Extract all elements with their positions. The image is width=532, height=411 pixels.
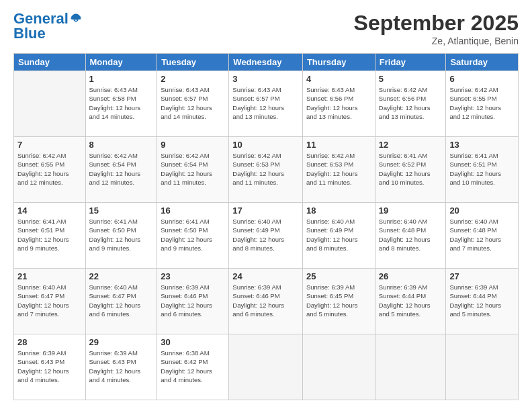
day-info: Sunrise: 6:40 AMSunset: 6:49 PMDaylight:… bbox=[232, 217, 299, 253]
header: General Blue September 2025 Ze, Atlantiq… bbox=[13, 11, 519, 46]
calendar-cell: 30Sunrise: 6:38 AMSunset: 6:42 PMDayligh… bbox=[157, 334, 229, 400]
day-info: Sunrise: 6:39 AMSunset: 6:46 PMDaylight:… bbox=[161, 283, 225, 318]
calendar-header-row: Sunday Monday Tuesday Wednesday Thursday… bbox=[14, 54, 519, 71]
day-info: Sunrise: 6:39 AMSunset: 6:44 PMDaylight:… bbox=[379, 283, 443, 318]
calendar-cell: 3Sunrise: 6:43 AMSunset: 6:57 PMDaylight… bbox=[229, 71, 303, 137]
calendar-cell: 23Sunrise: 6:39 AMSunset: 6:46 PMDayligh… bbox=[157, 269, 229, 334]
logo: General Blue bbox=[13, 11, 82, 42]
day-number: 3 bbox=[232, 74, 299, 84]
calendar-week-3: 21Sunrise: 6:40 AMSunset: 6:47 PMDayligh… bbox=[14, 269, 519, 334]
day-number: 29 bbox=[89, 337, 154, 347]
col-thursday: Thursday bbox=[302, 54, 375, 71]
day-number: 2 bbox=[161, 74, 225, 84]
location: Ze, Atlantique, Benin bbox=[354, 36, 519, 46]
day-info: Sunrise: 6:43 AMSunset: 6:57 PMDaylight:… bbox=[161, 85, 225, 121]
calendar-cell: 2Sunrise: 6:43 AMSunset: 6:57 PMDaylight… bbox=[157, 71, 229, 137]
day-info: Sunrise: 6:40 AMSunset: 6:47 PMDaylight:… bbox=[89, 283, 154, 318]
day-number: 20 bbox=[449, 205, 515, 216]
calendar-cell bbox=[14, 71, 86, 137]
day-info: Sunrise: 6:42 AMSunset: 6:55 PMDaylight:… bbox=[17, 151, 82, 187]
calendar-cell: 15Sunrise: 6:41 AMSunset: 6:50 PMDayligh… bbox=[85, 203, 157, 269]
day-info: Sunrise: 6:39 AMSunset: 6:43 PMDaylight:… bbox=[89, 349, 154, 384]
calendar-cell: 19Sunrise: 6:40 AMSunset: 6:48 PMDayligh… bbox=[375, 203, 446, 269]
calendar-cell: 13Sunrise: 6:41 AMSunset: 6:51 PMDayligh… bbox=[446, 137, 519, 203]
day-info: Sunrise: 6:42 AMSunset: 6:56 PMDaylight:… bbox=[379, 85, 443, 121]
col-monday: Monday bbox=[85, 54, 157, 71]
day-info: Sunrise: 6:42 AMSunset: 6:53 PMDaylight:… bbox=[306, 151, 371, 187]
calendar-week-0: 1Sunrise: 6:43 AMSunset: 6:58 PMDaylight… bbox=[14, 71, 519, 137]
day-number: 15 bbox=[89, 205, 154, 216]
day-info: Sunrise: 6:40 AMSunset: 6:47 PMDaylight:… bbox=[17, 283, 82, 318]
day-number: 14 bbox=[17, 205, 82, 216]
day-info: Sunrise: 6:43 AMSunset: 6:58 PMDaylight:… bbox=[89, 85, 154, 121]
calendar-week-2: 14Sunrise: 6:41 AMSunset: 6:51 PMDayligh… bbox=[14, 203, 519, 269]
day-info: Sunrise: 6:40 AMSunset: 6:48 PMDaylight:… bbox=[449, 217, 515, 253]
col-friday: Friday bbox=[375, 54, 446, 71]
calendar-cell: 22Sunrise: 6:40 AMSunset: 6:47 PMDayligh… bbox=[85, 269, 157, 334]
calendar-cell: 24Sunrise: 6:39 AMSunset: 6:46 PMDayligh… bbox=[229, 269, 303, 334]
calendar-cell: 18Sunrise: 6:40 AMSunset: 6:49 PMDayligh… bbox=[302, 203, 375, 269]
month-title: September 2025 bbox=[354, 11, 519, 36]
day-number: 6 bbox=[449, 74, 515, 84]
day-number: 13 bbox=[449, 140, 515, 150]
calendar-cell: 28Sunrise: 6:39 AMSunset: 6:43 PMDayligh… bbox=[14, 334, 86, 400]
calendar-cell: 17Sunrise: 6:40 AMSunset: 6:49 PMDayligh… bbox=[229, 203, 303, 269]
calendar-week-4: 28Sunrise: 6:39 AMSunset: 6:43 PMDayligh… bbox=[14, 334, 519, 400]
day-number: 12 bbox=[379, 140, 443, 150]
col-sunday: Sunday bbox=[14, 54, 86, 71]
col-tuesday: Tuesday bbox=[157, 54, 229, 71]
day-number: 9 bbox=[161, 140, 225, 150]
col-saturday: Saturday bbox=[446, 54, 519, 71]
day-info: Sunrise: 6:41 AMSunset: 6:50 PMDaylight:… bbox=[161, 217, 225, 253]
day-number: 21 bbox=[17, 271, 82, 281]
calendar-table: Sunday Monday Tuesday Wednesday Thursday… bbox=[13, 53, 519, 400]
day-number: 24 bbox=[232, 271, 299, 281]
day-info: Sunrise: 6:42 AMSunset: 6:55 PMDaylight:… bbox=[449, 85, 515, 121]
day-info: Sunrise: 6:42 AMSunset: 6:53 PMDaylight:… bbox=[232, 151, 299, 187]
logo-icon bbox=[70, 13, 82, 25]
calendar-cell: 29Sunrise: 6:39 AMSunset: 6:43 PMDayligh… bbox=[85, 334, 157, 400]
day-info: Sunrise: 6:41 AMSunset: 6:51 PMDaylight:… bbox=[17, 217, 82, 253]
calendar-cell: 25Sunrise: 6:39 AMSunset: 6:45 PMDayligh… bbox=[302, 269, 375, 334]
calendar-cell: 6Sunrise: 6:42 AMSunset: 6:55 PMDaylight… bbox=[446, 71, 519, 137]
day-info: Sunrise: 6:40 AMSunset: 6:49 PMDaylight:… bbox=[306, 217, 371, 253]
day-info: Sunrise: 6:39 AMSunset: 6:43 PMDaylight:… bbox=[17, 349, 82, 384]
calendar-cell: 12Sunrise: 6:41 AMSunset: 6:52 PMDayligh… bbox=[375, 137, 446, 203]
day-number: 28 bbox=[17, 337, 82, 347]
day-info: Sunrise: 6:41 AMSunset: 6:52 PMDaylight:… bbox=[379, 151, 443, 187]
calendar-cell: 4Sunrise: 6:43 AMSunset: 6:56 PMDaylight… bbox=[302, 71, 375, 137]
day-number: 25 bbox=[306, 271, 371, 281]
day-number: 30 bbox=[161, 337, 225, 347]
calendar-cell: 5Sunrise: 6:42 AMSunset: 6:56 PMDaylight… bbox=[375, 71, 446, 137]
logo-text-blue: Blue bbox=[13, 26, 46, 42]
calendar-cell: 20Sunrise: 6:40 AMSunset: 6:48 PMDayligh… bbox=[446, 203, 519, 269]
title-section: September 2025 Ze, Atlantique, Benin bbox=[354, 11, 519, 46]
calendar-cell: 26Sunrise: 6:39 AMSunset: 6:44 PMDayligh… bbox=[375, 269, 446, 334]
calendar-cell: 7Sunrise: 6:42 AMSunset: 6:55 PMDaylight… bbox=[14, 137, 86, 203]
day-info: Sunrise: 6:40 AMSunset: 6:48 PMDaylight:… bbox=[379, 217, 443, 253]
calendar-cell: 27Sunrise: 6:39 AMSunset: 6:44 PMDayligh… bbox=[446, 269, 519, 334]
day-info: Sunrise: 6:39 AMSunset: 6:44 PMDaylight:… bbox=[449, 283, 515, 318]
day-number: 19 bbox=[379, 205, 443, 216]
calendar-cell: 10Sunrise: 6:42 AMSunset: 6:53 PMDayligh… bbox=[229, 137, 303, 203]
calendar-cell bbox=[446, 334, 519, 400]
calendar-cell: 11Sunrise: 6:42 AMSunset: 6:53 PMDayligh… bbox=[302, 137, 375, 203]
day-info: Sunrise: 6:43 AMSunset: 6:56 PMDaylight:… bbox=[306, 85, 371, 121]
calendar-week-1: 7Sunrise: 6:42 AMSunset: 6:55 PMDaylight… bbox=[14, 137, 519, 203]
day-number: 18 bbox=[306, 205, 371, 216]
calendar-cell: 1Sunrise: 6:43 AMSunset: 6:58 PMDaylight… bbox=[85, 71, 157, 137]
day-number: 23 bbox=[161, 271, 225, 281]
page: General Blue September 2025 Ze, Atlantiq… bbox=[0, 0, 532, 411]
day-number: 26 bbox=[379, 271, 443, 281]
day-number: 1 bbox=[89, 74, 154, 84]
day-number: 16 bbox=[161, 205, 225, 216]
day-number: 10 bbox=[232, 140, 299, 150]
calendar-cell: 14Sunrise: 6:41 AMSunset: 6:51 PMDayligh… bbox=[14, 203, 86, 269]
calendar-cell: 8Sunrise: 6:42 AMSunset: 6:54 PMDaylight… bbox=[85, 137, 157, 203]
day-info: Sunrise: 6:43 AMSunset: 6:57 PMDaylight:… bbox=[232, 85, 299, 121]
calendar-cell: 21Sunrise: 6:40 AMSunset: 6:47 PMDayligh… bbox=[14, 269, 86, 334]
day-number: 11 bbox=[306, 140, 371, 150]
day-info: Sunrise: 6:38 AMSunset: 6:42 PMDaylight:… bbox=[161, 349, 225, 384]
day-number: 7 bbox=[17, 140, 82, 150]
day-number: 8 bbox=[89, 140, 154, 150]
